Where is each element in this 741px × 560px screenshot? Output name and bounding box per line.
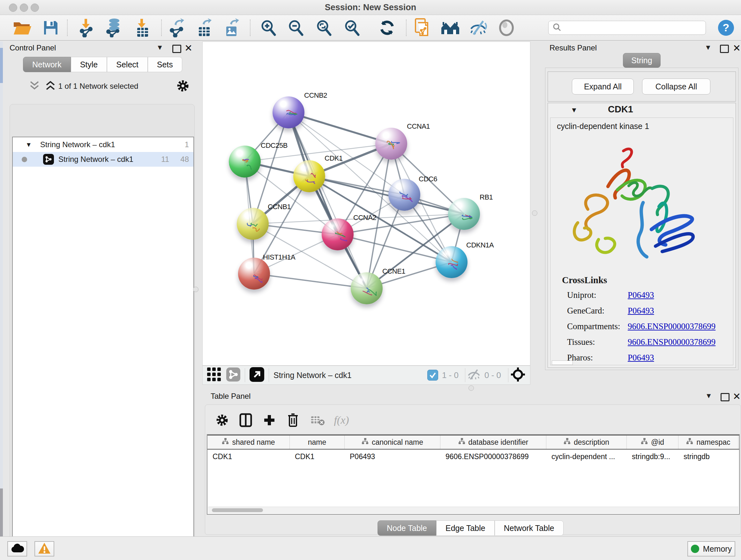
column-header-shared-name[interactable]: shared name <box>207 435 290 449</box>
gene-section-collapse-icon[interactable]: ▼ <box>570 106 578 114</box>
tab-network-table[interactable]: Network Table <box>495 520 563 536</box>
import-database-icon[interactable] <box>104 18 124 38</box>
hide-unhide-icon[interactable] <box>468 18 488 38</box>
table-hscrollbar[interactable] <box>208 507 738 513</box>
crosslink-link[interactable]: P06493 <box>628 353 654 363</box>
network-node-ccnb2[interactable] <box>273 97 305 128</box>
network-node-ccna2[interactable] <box>322 219 354 250</box>
table-cell[interactable]: cyclin-dependent ... <box>546 449 627 463</box>
import-network-icon[interactable] <box>77 18 96 38</box>
fit-selected-crosshair-icon[interactable] <box>510 367 526 383</box>
column-header-namespac[interactable]: namespac <box>678 435 738 449</box>
control-panel-float-icon[interactable] <box>172 45 181 53</box>
zoom-in-icon[interactable] <box>259 18 278 38</box>
table-row[interactable]: CDK1CDK1P064939606.ENSP00000378699cyclin… <box>207 449 739 463</box>
table-add-icon[interactable] <box>260 411 278 429</box>
table-cell[interactable]: stringdb <box>678 449 738 463</box>
network-node-ccne1[interactable] <box>351 272 383 304</box>
column-header-@id[interactable]: @id <box>627 435 678 449</box>
save-session-icon[interactable] <box>41 18 61 38</box>
network-node-rb1[interactable] <box>448 198 480 230</box>
network-node-cdk1[interactable] <box>293 160 325 192</box>
memory-button[interactable]: Memory <box>687 541 735 557</box>
crosslink-link[interactable]: P06493 <box>628 290 654 300</box>
network-node-ccna1[interactable] <box>375 128 407 160</box>
network-edge[interactable] <box>254 273 367 288</box>
network-collection-row[interactable]: ▼ String Network – cdk1 1 <box>13 137 193 152</box>
table-gear-icon[interactable] <box>213 411 231 429</box>
table-cell[interactable]: CDK1 <box>207 449 290 463</box>
tab-sets[interactable]: Sets <box>148 57 182 72</box>
network-edges <box>203 42 530 365</box>
column-header-database-identifier[interactable]: database identifier <box>441 435 546 449</box>
tab-network[interactable]: Network <box>23 57 71 72</box>
table-columns-icon[interactable] <box>237 411 255 429</box>
crosslink-link[interactable]: 9606.ENSP00000378699 <box>628 337 716 347</box>
import-table-icon[interactable] <box>132 18 152 38</box>
protein-structure-image <box>568 145 702 266</box>
right-splitter-handle[interactable] <box>532 210 537 216</box>
open-session-icon[interactable] <box>12 18 32 38</box>
node-table[interactable]: shared namenamecanonical namedatabase id… <box>207 434 740 515</box>
tab-edge-table[interactable]: Edge Table <box>436 520 495 536</box>
network-options-gear-icon[interactable] <box>176 79 190 94</box>
export-table-icon[interactable] <box>194 18 214 38</box>
warnings-button[interactable] <box>35 541 54 557</box>
crosslink-label: Compartments: <box>567 321 628 331</box>
table-cell[interactable]: stringdb:9... <box>627 449 678 463</box>
table-panel-close-icon[interactable]: ✕ <box>733 392 741 401</box>
birdseye-toggle-icon[interactable] <box>250 367 264 383</box>
genemania-homes-icon[interactable] <box>441 18 460 38</box>
control-panel-collapse-icon[interactable]: ▼ <box>156 44 163 52</box>
results-panel-float-icon[interactable] <box>720 45 729 53</box>
results-panel-close-icon[interactable]: ✕ <box>733 44 741 53</box>
expand-all-button[interactable]: Expand All <box>572 78 634 95</box>
network-edge[interactable] <box>288 112 367 288</box>
table-cell[interactable]: P06493 <box>345 449 441 463</box>
network-node-ccnb1[interactable] <box>237 208 269 240</box>
export-network-icon[interactable] <box>166 18 186 38</box>
share-view-icon[interactable] <box>226 368 240 383</box>
export-image-icon[interactable] <box>221 18 241 38</box>
search-input[interactable] <box>548 21 706 35</box>
control-panel-close-icon[interactable]: ✕ <box>185 44 192 53</box>
network-node-cdc25b[interactable] <box>229 145 261 178</box>
tab-node-table[interactable]: Node Table <box>378 520 436 536</box>
table-cell[interactable]: CDK1 <box>290 449 345 463</box>
tab-select[interactable]: Select <box>107 57 147 72</box>
table-panel-float-icon[interactable] <box>721 393 730 401</box>
selected-items-checkbox[interactable] <box>427 370 438 381</box>
hidden-items-icon[interactable] <box>467 369 481 381</box>
collection-expand-icon[interactable]: ▼ <box>25 141 32 148</box>
table-delete-icon[interactable] <box>284 411 302 429</box>
grid-view-icon[interactable] <box>207 368 221 383</box>
zoom-fit-icon[interactable] <box>314 18 334 38</box>
network-row-selected[interactable]: String Network – cdk1 11 48 <box>13 152 193 167</box>
clone-network-icon[interactable] <box>412 18 432 38</box>
tab-style[interactable]: Style <box>71 57 107 72</box>
results-panel-collapse-icon[interactable]: ▼ <box>704 44 712 52</box>
cloud-status-button[interactable] <box>7 541 27 557</box>
column-header-canonical-name[interactable]: canonical name <box>345 435 441 449</box>
collapse-all-button[interactable]: Collapse All <box>642 78 711 95</box>
help-icon[interactable]: ? <box>716 18 736 38</box>
network-canvas[interactable]: CCNB2CCNA1CDC25BCDK1CDC6RB1CCNB1CCNA2CDK… <box>202 42 530 366</box>
crosslink-link[interactable]: P06493 <box>628 306 654 316</box>
network-node-cdkn1a[interactable] <box>435 246 468 278</box>
table-hscrollbar-thumb[interactable] <box>212 508 263 512</box>
refresh-icon[interactable] <box>377 18 397 38</box>
table-cell[interactable]: 9606.ENSP00000378699 <box>441 449 546 463</box>
zoom-selected-icon[interactable] <box>342 18 362 38</box>
memory-status-dot <box>691 545 699 553</box>
column-header-name[interactable]: name <box>290 435 345 449</box>
zoom-out-icon[interactable] <box>286 18 306 38</box>
network-node-hist1h1a[interactable] <box>238 258 270 290</box>
table-panel-collapse-icon[interactable]: ▼ <box>705 392 712 400</box>
column-header-description[interactable]: description <box>546 435 627 449</box>
crosslink-link[interactable]: 9606.ENSP00000378699 <box>628 321 716 331</box>
column-type-icon <box>563 438 570 447</box>
network-node-cdc6[interactable] <box>388 179 420 211</box>
tab-string[interactable]: String <box>623 53 661 68</box>
network-view-toolbar: String Network – cdk1 1 - 0 0 - 0 <box>202 366 530 385</box>
left-splitter-handle[interactable] <box>193 287 199 292</box>
